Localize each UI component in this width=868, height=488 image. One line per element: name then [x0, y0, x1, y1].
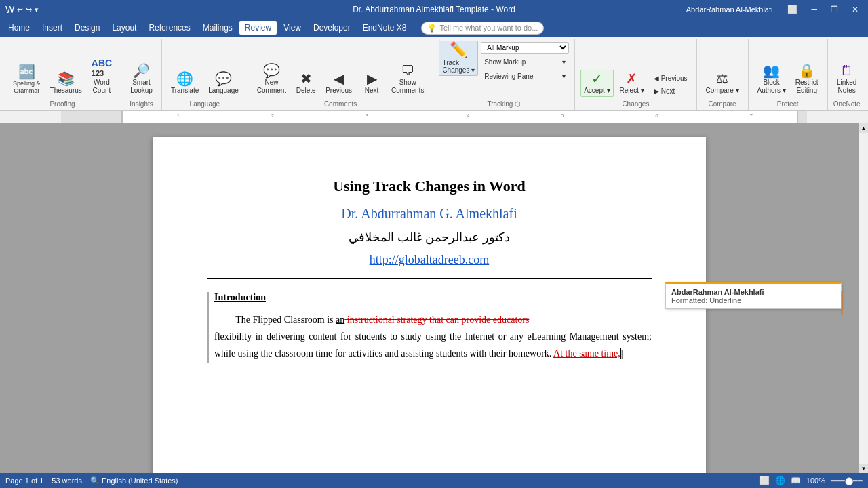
delete-icon: ✖ — [300, 72, 312, 85]
tracking-expand-icon[interactable]: ⬡ — [515, 100, 521, 108]
menu-insert[interactable]: Insert — [37, 21, 68, 35]
reviewing-pane-button[interactable]: Reviewing Pane ▾ — [481, 70, 569, 82]
new-comment-button[interactable]: 💬 NewComment — [254, 62, 290, 97]
word-count-button[interactable]: ABC123 WordCount — [88, 56, 115, 97]
prev-change-icon: ◀ — [654, 75, 659, 82]
language-label: Language — [167, 98, 242, 108]
previous-change-button[interactable]: ◀ Previous — [650, 73, 691, 84]
delete-comment-button[interactable]: ✖ Delete — [292, 70, 319, 97]
restrict-editing-button[interactable]: 🔒 RestrictEditing — [792, 62, 822, 97]
smart-lookup-button[interactable]: 🔎 SmartLookup — [127, 62, 156, 97]
menu-bar: Home Insert Design Layout References Mai… — [0, 19, 868, 37]
next-change-button[interactable]: ▶ Next — [650, 85, 691, 97]
tracking-group-label: Tracking ⬡ — [439, 98, 569, 108]
show-comments-button[interactable]: 🗨 ShowComments — [388, 62, 427, 97]
scroll-track — [859, 133, 868, 464]
restore-button[interactable]: ❐ — [827, 3, 842, 16]
body-strikethrough: instructional strategy that can provide … — [344, 314, 529, 325]
language-button[interactable]: 💬 Language — [205, 70, 242, 97]
user-name: AbdarRahman Al-Mekhlafi — [686, 5, 773, 14]
spelling-grammar-button[interactable]: 🔤 Spelling &Grammar — [9, 63, 44, 97]
block-authors-button[interactable]: 👥 BlockAuthors ▾ — [754, 62, 789, 97]
tell-me-box[interactable]: 💡 Tell me what you want to do... — [421, 22, 544, 35]
tell-me-input[interactable]: Tell me what you want to do... — [439, 24, 538, 32]
linked-notes-button[interactable]: 🗒 LinkedNotes — [833, 62, 861, 97]
status-right: ⬜ 🌐 📖 100% ━━━⬤━━ — [760, 476, 863, 485]
showmarkup-arrow: ▾ — [562, 58, 566, 66]
menu-home[interactable]: Home — [3, 21, 35, 35]
markup-dropdown[interactable]: All Markup Simple Markup No Markup Origi… — [481, 42, 569, 54]
all-markup-row: All Markup Simple Markup No Markup Origi… — [481, 42, 569, 54]
blockauthors-label: BlockAuthors ▾ — [757, 79, 786, 95]
ruler-tick: 3 — [366, 113, 368, 119]
scroll-up-button[interactable]: ▲ — [859, 123, 868, 133]
next-comment-button[interactable]: ▶ Next — [358, 70, 385, 97]
view-icon-web[interactable]: 🌐 — [775, 476, 785, 485]
blockauthors-icon: 👥 — [763, 64, 780, 77]
menu-layout[interactable]: Layout — [106, 21, 142, 35]
thesaurus-button[interactable]: 📚 Thesaurus — [47, 70, 85, 97]
document-url[interactable]: http://globaltadreeb.com — [207, 253, 652, 267]
translate-label: Translate — [171, 87, 199, 95]
comment-balloon: AbdarRahman Al-Mekhlafi Formatted: Under… — [665, 282, 842, 309]
language-status: 🔍 English (United States) — [90, 476, 178, 485]
ribbon-group-insights: 🔎 SmartLookup Insights — [121, 39, 162, 110]
newcomment-icon: 💬 — [263, 64, 280, 77]
view-icon-read[interactable]: 📖 — [791, 476, 801, 485]
section-heading: Introduction — [214, 292, 652, 303]
document-scroll[interactable]: Using Track Changes in Word Dr. Abdurrah… — [0, 123, 859, 473]
page-number: Page 1 of 1 — [5, 476, 43, 485]
smartlookup-icon: 🔎 — [133, 64, 150, 77]
menu-mailings[interactable]: Mailings — [197, 21, 238, 35]
compare-items: ⚖ Compare ▾ — [703, 41, 743, 97]
compare-button[interactable]: ⚖ Compare ▾ — [703, 70, 743, 97]
zoom-slider[interactable]: ━━━⬤━━ — [831, 476, 863, 485]
window-title: Dr. Abdurrahman Almekhlafi Template - Wo… — [353, 5, 515, 14]
next-icon: ▶ — [367, 72, 377, 85]
word-icon: W — [5, 4, 14, 15]
menu-review[interactable]: Review — [239, 21, 277, 35]
proofing-items: 🔤 Spelling &Grammar 📚 Thesaurus ABC123 W… — [9, 41, 115, 97]
restrictediting-label: RestrictEditing — [795, 79, 818, 95]
accept-button[interactable]: ✓ Accept ▾ — [580, 70, 613, 97]
redo-icon[interactable]: ↪ — [26, 5, 32, 14]
author-english: Dr. Abdurrahman G. Almekhlafi — [207, 206, 652, 222]
customize-qat-icon[interactable]: ▾ — [35, 5, 39, 14]
comment-author: AbdarRahman Al-Mekhlafi — [671, 288, 835, 296]
language-icon-status: 🔍 — [90, 476, 100, 485]
accept-icon: ✓ — [591, 72, 603, 85]
minimize-button[interactable]: ─ — [807, 3, 821, 16]
changes-group-label: Changes — [580, 98, 690, 108]
show-markup-button[interactable]: Show Markup ▾ — [481, 56, 569, 68]
previous-comment-button[interactable]: ◀ Previous — [322, 70, 355, 97]
ruler: 1 2 3 4 5 6 7 — [0, 111, 868, 123]
vertical-scrollbar[interactable]: ▲ ▼ — [859, 123, 868, 473]
reject-button[interactable]: ✗ Reject ▾ — [616, 70, 648, 97]
document-area: Using Track Changes in Word Dr. Abdurrah… — [0, 123, 868, 473]
menu-references[interactable]: References — [143, 21, 195, 35]
compare-group-label: Compare — [703, 98, 743, 108]
track-changes-button[interactable]: ✏️ TrackChanges ▾ — [439, 41, 478, 76]
ribbon-display-icon[interactable]: ⬜ — [783, 3, 802, 16]
word-count-status: 53 words — [52, 476, 82, 485]
language-items: 🌐 Translate 💬 Language — [167, 41, 242, 97]
trackchanges-label: TrackChanges ▾ — [442, 59, 475, 74]
tracked-change-border — [206, 291, 652, 291]
comments-items: 💬 NewComment ✖ Delete ◀ Previous ▶ Next … — [254, 41, 428, 97]
undo-icon[interactable]: ↩ — [17, 5, 23, 14]
menu-view[interactable]: View — [278, 21, 307, 35]
showmarkup-label: Show Markup — [484, 58, 526, 66]
menu-developer[interactable]: Developer — [308, 21, 356, 35]
ruler-tick: 6 — [655, 113, 658, 119]
translate-button[interactable]: 🌐 Translate — [167, 70, 202, 97]
prev-next-changes: ◀ Previous ▶ Next — [650, 73, 691, 97]
comments-group-label: Comments — [254, 98, 428, 108]
menu-endnote[interactable]: EndNote X8 — [357, 21, 412, 35]
text-cursor: | — [620, 348, 623, 359]
menu-design[interactable]: Design — [69, 21, 105, 35]
view-icon-print[interactable]: ⬜ — [760, 476, 770, 485]
scroll-down-button[interactable]: ▼ — [859, 464, 868, 473]
close-button[interactable]: ✕ — [848, 3, 863, 16]
spelling-icon: 🔤 — [18, 65, 35, 79]
ruler-tick: 4 — [467, 113, 469, 119]
